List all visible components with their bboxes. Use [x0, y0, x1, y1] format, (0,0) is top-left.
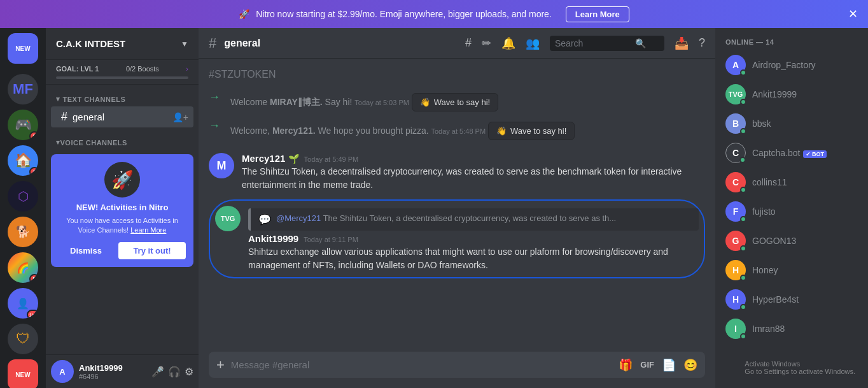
- sticker-icon[interactable]: 📄: [662, 358, 676, 372]
- member-name-airdrop: Airdrop_Factory: [752, 60, 816, 70]
- emoji-icon[interactable]: 😊: [683, 358, 697, 372]
- message-text-ankit: Shihtzu exchange allow various applicati…: [248, 245, 699, 272]
- inbox-icon[interactable]: 📥: [675, 36, 689, 50]
- edit-icon[interactable]: ✏: [482, 36, 491, 50]
- badge-1: 1: [29, 167, 38, 176]
- status-online-fujisto: [740, 216, 746, 222]
- member-avatar-bbsk: B: [725, 113, 746, 134]
- nitro-banner: 🚀 Nitro now starting at $2.99/mo. Emoji …: [0, 0, 868, 28]
- search-input[interactable]: [555, 38, 631, 48]
- status-online: [740, 69, 746, 76]
- status-online-gogon: [740, 245, 746, 252]
- rocket-icon: 🚀: [104, 162, 140, 198]
- username-label: Ankit19999: [79, 363, 146, 373]
- add-attachment-button[interactable]: +: [216, 357, 225, 373]
- dismiss-button[interactable]: Dismiss: [59, 242, 113, 259]
- member-item-ankit[interactable]: TVG Ankit19999: [720, 80, 863, 108]
- user-info: Ankit19999 #6496: [79, 363, 146, 380]
- server-item-dark[interactable]: ⬡: [8, 181, 38, 212]
- headset-icon[interactable]: 🎧: [168, 366, 181, 378]
- quote-at: @Mercy121: [276, 213, 321, 223]
- arrow-icon-2: →: [209, 119, 220, 133]
- member-avatar-airdrop: A: [725, 55, 746, 75]
- chat-channel-name: general: [224, 38, 260, 49]
- status-online-captcha: [739, 157, 746, 163]
- member-item-fujisto[interactable]: F fujisto: [720, 198, 863, 226]
- member-avatar-imran: I: [725, 319, 746, 339]
- members-icon[interactable]: 👥: [526, 36, 540, 50]
- bell-icon[interactable]: 🔔: [501, 36, 515, 50]
- badge-2: 2: [29, 131, 38, 140]
- search-icon: 🔍: [635, 38, 646, 48]
- activity-learn-link[interactable]: Learn More: [130, 226, 166, 234]
- server-item-game1[interactable]: 🎮 2: [8, 110, 38, 140]
- member-item-gogon[interactable]: G GOGON13: [720, 227, 863, 255]
- member-item-airdrop[interactable]: A Airdrop_Factory: [720, 51, 863, 79]
- voice-channels-header[interactable]: ▾ VOICE CHANNELS: [46, 128, 199, 149]
- text-channels-header[interactable]: ▾ TEXT CHANNELS: [46, 85, 199, 106]
- server-item-rainbow[interactable]: 🌈 5: [8, 252, 38, 283]
- server-header[interactable]: C.A.K INTDEST ▼: [46, 28, 199, 60]
- hash-icon: #: [61, 110, 67, 124]
- search-bar[interactable]: 🔍: [550, 36, 664, 51]
- verified-icon: 🌱: [288, 154, 299, 164]
- server-item-mf[interactable]: MF: [8, 74, 38, 104]
- chat-header-actions: # ✏ 🔔 👥 🔍 📥 ?: [465, 36, 705, 51]
- try-it-button[interactable]: Try it out!: [118, 242, 186, 259]
- badge-1k: 1k+: [27, 310, 38, 319]
- message-input-area: + 🎁 GIF 📄 😊: [199, 352, 715, 388]
- user-controls: 🎤 🎧 ⚙: [151, 366, 193, 378]
- close-banner-button[interactable]: ✕: [848, 7, 858, 21]
- wave-icon-2: 👋: [496, 126, 507, 136]
- hash-action-icon[interactable]: #: [465, 36, 472, 50]
- member-item-imran[interactable]: I Imran88: [720, 315, 863, 343]
- system-msg-block-1: Welcome MIRAY‖博主. Say hi! Today at 5:03 …: [230, 90, 498, 111]
- server-item-new[interactable]: NEW: [8, 33, 38, 64]
- member-item-bbsk[interactable]: B bbsk: [720, 110, 863, 138]
- avatar-letter: A: [59, 367, 65, 377]
- quote-block: 💬 @Mercy121 The Shihtzu Token, a decentr…: [248, 208, 699, 231]
- member-item-captcha[interactable]: C Captcha.bot✓ BOT: [720, 139, 863, 167]
- member-item-collins[interactable]: C collins11: [720, 168, 863, 196]
- boost-goal-label: GOAL: LVL 1: [56, 65, 99, 73]
- server-item-shib[interactable]: 🐕: [8, 217, 38, 247]
- voice-channels-label: VOICE CHANNELS: [60, 139, 127, 147]
- member-avatar-fujisto: F: [725, 201, 746, 222]
- status-online-honey: [740, 275, 746, 281]
- server-item-shield[interactable]: 🛡: [8, 324, 38, 354]
- system-message-1: → Welcome MIRAY‖博主. Say hi! Today at 5:0…: [209, 88, 705, 114]
- chat-header: # general # ✏ 🔔 👥 🔍 📥 ?: [199, 28, 715, 59]
- server-item-home[interactable]: 🏠 1: [8, 145, 38, 176]
- message-input[interactable]: [231, 352, 612, 378]
- member-name-fujisto: fujisto: [752, 206, 776, 217]
- help-icon[interactable]: ?: [699, 36, 705, 50]
- gif-icon[interactable]: GIF: [640, 360, 654, 370]
- channel-sidebar: C.A.K INTDEST ▼ GOAL: LVL 1 0/2 Boosts ›…: [46, 28, 199, 388]
- wave-btn-2[interactable]: 👋 Wave to say hi!: [488, 122, 575, 140]
- username-ankit: Ankit19999: [248, 233, 298, 244]
- learn-more-button[interactable]: Learn More: [566, 6, 629, 22]
- boost-count: 0/2 Boosts: [126, 65, 159, 73]
- mute-icon[interactable]: 🎤: [151, 366, 164, 378]
- member-item-honey[interactable]: H Honey: [720, 256, 863, 284]
- server-name: C.A.K INTDEST: [56, 38, 125, 49]
- banner-content: 🚀 Nitro now starting at $2.99/mo. Emoji …: [10, 6, 858, 22]
- members-sidebar: ONLINE — 14 A Airdrop_Factory TVG Ankit1…: [715, 28, 868, 388]
- server-list: NEW MF 🎮 2 🏠 1 ⬡ 🐕 🌈 5 👤 1k+ 🛡: [0, 28, 46, 388]
- boost-arrow[interactable]: ›: [186, 65, 188, 73]
- status-online-bbsk: [740, 128, 746, 134]
- server-item-new-bottom[interactable]: NEW: [8, 359, 38, 388]
- member-item-hyperbe4st[interactable]: H HyperBe4st: [720, 285, 863, 313]
- user-tag: #6496: [79, 373, 146, 380]
- channel-item-general[interactable]: # general 👤+: [51, 106, 193, 127]
- gift-icon[interactable]: 🎁: [619, 358, 633, 372]
- wave-btn-1[interactable]: 👋 Wave to say hi!: [412, 93, 498, 111]
- add-user-icon[interactable]: 👤+: [172, 112, 188, 122]
- server-item-user[interactable]: 👤 1k+: [8, 288, 38, 319]
- settings-icon[interactable]: ⚙: [185, 366, 193, 378]
- avatar-ankit: TVG: [215, 206, 241, 231]
- activity-card: 🚀 NEW! Activities in Nitro You now have …: [51, 154, 193, 267]
- messages-area: #STZUTOKEN → Welcome MIRAY‖博主. Say hi! T…: [199, 59, 715, 352]
- message-content-mercy121: Mercy121 🌱 Today at 5:49 PM The Shihtzu …: [242, 153, 705, 192]
- message-input-actions: 🎁 GIF 📄 😊: [619, 358, 697, 372]
